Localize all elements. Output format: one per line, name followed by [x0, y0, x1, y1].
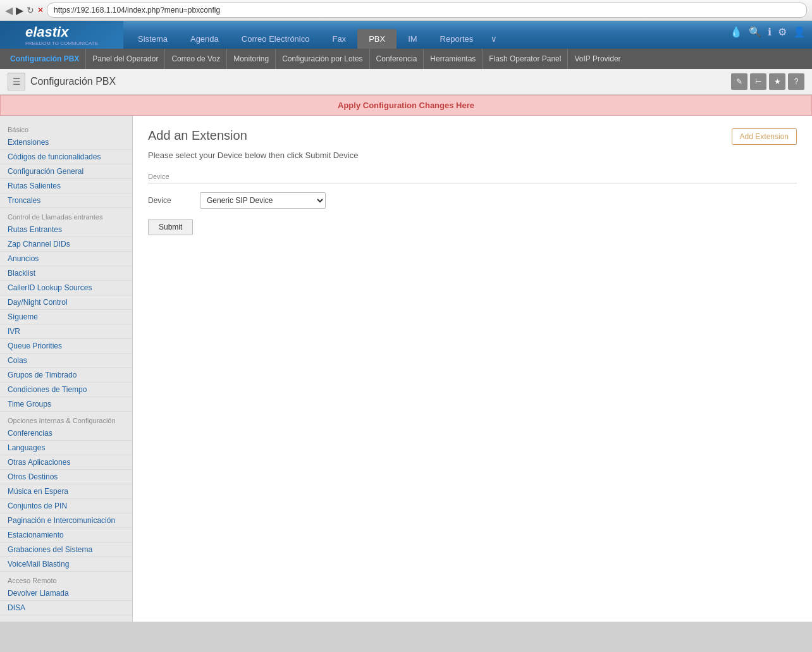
sidebar-item-colas[interactable]: Colas	[0, 354, 132, 368]
droplet-icon[interactable]: 💧	[730, 26, 742, 38]
user-icon[interactable]: 👤	[793, 26, 806, 38]
sidebar: Básico Extensiones Códigos de funcionali…	[0, 116, 133, 622]
sidebar-item-zap-channel[interactable]: Zap Channel DIDs	[0, 237, 132, 252]
submit-row: Submit	[148, 219, 797, 235]
favorite-button[interactable]: ★	[769, 73, 785, 90]
sidebar-item-voicemail-blasting[interactable]: VoiceMail Blasting	[0, 557, 132, 572]
stop-button[interactable]: ✕	[37, 6, 44, 15]
main-layout: Básico Extensiones Códigos de funcionali…	[0, 116, 812, 622]
submit-button[interactable]: Submit	[148, 219, 193, 235]
page-icon: ☰	[8, 73, 25, 90]
sidebar-item-languages[interactable]: Languages	[0, 441, 132, 455]
sidebar-item-sigueme[interactable]: Sígueme	[0, 310, 132, 324]
sidebar-item-conjuntos-pin[interactable]: Conjuntos de PIN	[0, 499, 132, 514]
content-title: Add an Extension	[148, 128, 797, 143]
page-title: Configuración PBX	[30, 76, 726, 87]
sidebar-item-ivr[interactable]: IVR	[0, 324, 132, 339]
device-section-header: Device	[148, 173, 797, 183]
content-header: Add Extension Add an Extension	[148, 128, 797, 151]
add-extension-button[interactable]: Add Extension	[732, 128, 797, 145]
sidebar-item-configuracion-general[interactable]: Configuración General	[0, 164, 132, 179]
device-form-section: Device Device Generic SIP Device Generic…	[148, 173, 797, 235]
page-header: ☰ Configuración PBX ✎ ⊢ ★ ?	[0, 69, 812, 95]
nav-configuracion-lotes[interactable]: Configuración por Lotes	[276, 49, 369, 69]
tab-fax[interactable]: Fax	[321, 29, 357, 49]
sidebar-item-musica-espera[interactable]: Música en Espera	[0, 484, 132, 499]
sidebar-section-opciones: Opciones Internas & Configuración	[0, 412, 132, 426]
sidebar-item-paginacion[interactable]: Paginación e Intercomunicación	[0, 514, 132, 528]
alert-bar[interactable]: Apply Configuration Changes Here	[0, 95, 812, 116]
content-area: Add Extension Add an Extension Please se…	[133, 116, 812, 622]
sidebar-section-acceso-remoto: Acceso Remoto	[0, 572, 132, 586]
sidebar-section-basico: Básico	[0, 121, 132, 135]
sidebar-item-codigos[interactable]: Códigos de funcionalidades	[0, 150, 132, 164]
sidebar-item-troncales[interactable]: Troncales	[0, 194, 132, 208]
nav-conferencia[interactable]: Conferencia	[370, 49, 424, 69]
second-navigation: Configuración PBX Panel del Operador Cor…	[0, 49, 812, 69]
nav-panel-operador[interactable]: Panel del Operador	[86, 49, 165, 69]
sidebar-item-grabaciones[interactable]: Grabaciones del Sistema	[0, 543, 132, 557]
nav-herramientas[interactable]: Herramientas	[424, 49, 483, 69]
sidebar-item-otras-aplicaciones[interactable]: Otras Aplicaciones	[0, 455, 132, 470]
tab-pbx[interactable]: PBX	[357, 29, 397, 49]
device-label: Device	[148, 196, 192, 205]
sidebar-item-conferencias[interactable]: Conferencias	[0, 426, 132, 441]
tab-reportes[interactable]: Reportes	[429, 29, 485, 49]
reload-button[interactable]: ↻	[27, 5, 34, 15]
device-form-row: Device Generic SIP Device Generic IAX2 D…	[148, 192, 797, 209]
export-button[interactable]: ⊢	[750, 73, 766, 90]
forward-button[interactable]: ▶	[16, 4, 23, 16]
sidebar-item-rutas-salientes[interactable]: Rutas Salientes	[0, 179, 132, 194]
settings-icon[interactable]: ⚙	[778, 26, 787, 38]
sidebar-section-control-llamadas: Control de Llamadas entrantes	[0, 208, 132, 223]
sidebar-item-devolver-llamada[interactable]: Devolver Llamada	[0, 586, 132, 601]
sidebar-item-time-groups[interactable]: Time Groups	[0, 397, 132, 412]
nav-configuracion-pbx[interactable]: Configuración PBX	[4, 49, 86, 69]
sidebar-item-daynight[interactable]: Day/Night Control	[0, 295, 132, 310]
tab-agenda[interactable]: Agenda	[179, 29, 230, 49]
device-select[interactable]: Generic SIP Device Generic IAX2 Device G…	[200, 192, 326, 209]
sidebar-item-callerid[interactable]: CallerID Lookup Sources	[0, 281, 132, 295]
sidebar-item-grupos-timbrado[interactable]: Grupos de Timbrado	[0, 368, 132, 383]
address-bar[interactable]	[47, 3, 807, 18]
info-icon[interactable]: ℹ	[768, 26, 772, 38]
sidebar-item-disa[interactable]: DISA	[0, 601, 132, 615]
tab-more[interactable]: ∨	[484, 29, 503, 49]
help-button[interactable]: ?	[788, 73, 804, 90]
browser-toolbar: ◀ ▶ ↻ ✕	[0, 0, 812, 21]
nav-flash-operator[interactable]: Flash Operator Panel	[483, 49, 568, 69]
nav-correo-voz[interactable]: Correo de Voz	[165, 49, 227, 69]
edit-button[interactable]: ✎	[731, 73, 747, 90]
content-subtitle: Please select your Device below then cli…	[148, 151, 797, 160]
tab-im[interactable]: IM	[397, 29, 428, 49]
top-navigation: elastix FREEDOM TO COMMUNICATE 💧 🔍 ℹ ⚙ 👤…	[0, 21, 812, 49]
sidebar-item-condiciones-tiempo[interactable]: Condiciones de Tiempo	[0, 383, 132, 397]
sidebar-item-blacklist[interactable]: Blacklist	[0, 266, 132, 281]
tab-sistema[interactable]: Sistema	[126, 29, 179, 49]
logo: elastix FREEDOM TO COMMUNICATE	[0, 21, 123, 49]
brand-name: elastix	[25, 24, 98, 40]
tab-correo[interactable]: Correo Electrónico	[230, 29, 321, 49]
header-actions: ✎ ⊢ ★ ?	[731, 73, 804, 90]
search-icon[interactable]: 🔍	[749, 26, 761, 38]
sidebar-item-estacionamiento[interactable]: Estacionamiento	[0, 528, 132, 543]
sidebar-item-otros-destinos[interactable]: Otros Destinos	[0, 470, 132, 484]
top-icons: 💧 🔍 ℹ ⚙ 👤	[730, 26, 806, 38]
brand-tagline: FREEDOM TO COMMUNICATE	[25, 40, 98, 46]
nav-monitoring[interactable]: Monitoring	[227, 49, 276, 69]
sidebar-item-rutas-entrantes[interactable]: Rutas Entrantes	[0, 223, 132, 237]
sidebar-item-extensiones[interactable]: Extensiones	[0, 135, 132, 150]
sidebar-item-anuncios[interactable]: Anuncios	[0, 252, 132, 266]
nav-voip-provider[interactable]: VoIP Provider	[568, 49, 627, 69]
back-button[interactable]: ◀	[5, 4, 13, 16]
sidebar-item-queue-priorities[interactable]: Queue Priorities	[0, 339, 132, 354]
